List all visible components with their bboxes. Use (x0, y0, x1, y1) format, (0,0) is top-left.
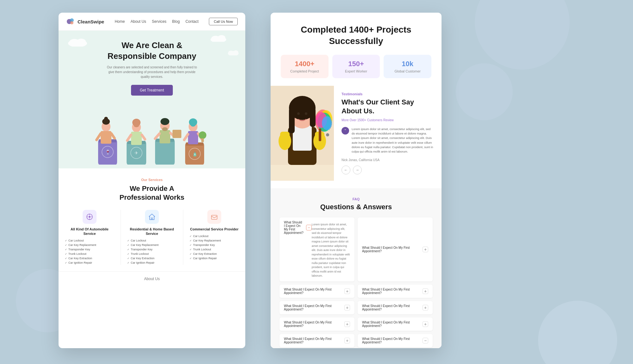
testimonial-nav: ← → (342, 166, 434, 174)
faq-question-2: What Should I Expect On My First Appoint… (362, 246, 420, 253)
svg-line-38 (155, 134, 160, 139)
automobile-icon-wrapper (83, 210, 97, 224)
testimonial-quote: " Lorem ipsum dolor sit amet, consectetu… (342, 127, 434, 154)
svg-rect-27 (131, 132, 142, 145)
faq-item-2[interactable]: What Should I Expect On My First Appoint… (358, 217, 433, 281)
nav-contact[interactable]: Contact (185, 19, 198, 24)
nav-links: Home About Us Services Blog Contact (115, 19, 198, 24)
quote-icon: " (342, 127, 349, 135)
service-name-commercial: Commercial Service Provider (190, 227, 239, 231)
next-arrow[interactable]: → (353, 166, 362, 174)
faq-item-10[interactable]: What Should I Expect On My First Appoint… (358, 334, 433, 347)
service-item: Car Lockout (65, 238, 114, 243)
testimonial-content: Testimonials What's Our Client Say About… (334, 86, 442, 181)
faq-title: Questions & Answers (279, 203, 433, 211)
service-item: Car Key Extraction (65, 256, 114, 260)
faq-question-8: What Should I Expect On My First Appoint… (362, 321, 420, 328)
faq-item-3[interactable]: What Should I Expect On My First Appoint… (279, 285, 354, 298)
svg-rect-64 (293, 125, 312, 151)
bg-decoration-3 (538, 301, 617, 364)
faq-toggle-3[interactable]: + (344, 288, 350, 294)
svg-point-8 (218, 35, 225, 40)
faq-question-10: What Should I Expect On My First Appoint… (362, 337, 420, 344)
svg-rect-74 (319, 129, 321, 141)
faq-question-7: What Should I Expect On My First Appoint… (284, 321, 342, 328)
service-item: Car Ignition Repair (65, 260, 114, 265)
stat-card-workers: 150+ Expert Worker (332, 55, 380, 78)
nav-services[interactable]: Services (152, 19, 166, 24)
woman-svg (271, 86, 334, 165)
prev-arrow[interactable]: ← (342, 166, 350, 174)
service-list-commercial: Car Lockout Car Key Replacement Transpon… (190, 234, 239, 260)
faq-toggle-4[interactable]: + (423, 288, 428, 294)
service-item: Transponder Key (65, 247, 114, 252)
service-list-residential: Car Lockout Car Key Replacement Transpon… (127, 238, 177, 265)
call-us-now-button[interactable]: Call Us Now (209, 18, 238, 25)
service-card-automobile: All Kind Of Automobile Service Car Locko… (65, 210, 114, 265)
service-item: Transponder Key (190, 243, 239, 247)
divider-1 (121, 210, 121, 265)
services-section: Our Services We Provide A Professional W… (59, 168, 245, 272)
testimonial-author: Nick Jonas, California USA (342, 158, 434, 162)
faq-toggle-1[interactable]: − (306, 225, 312, 230)
faq-item-6[interactable]: What Should I Expect On My First Appoint… (358, 301, 433, 314)
hero-illustration: 🍷 ✈ (65, 105, 239, 168)
stat-label-workers: Expert Worker (336, 69, 376, 73)
residential-icon-wrapper (145, 210, 159, 224)
faq-question-6: What Should I Expect On My First Appoint… (362, 304, 420, 311)
nav-home[interactable]: Home (115, 19, 125, 24)
svg-rect-67 (280, 132, 290, 147)
faq-item-4[interactable]: What Should I Expect On My First Appoint… (358, 285, 433, 298)
faq-toggle-6[interactable]: + (423, 305, 428, 311)
svg-text:✈: ✈ (135, 150, 138, 155)
bg-decoration-4 (456, 63, 513, 120)
service-card-residential: Residential & Home Based Service Car Loc… (127, 210, 177, 265)
testimonials-title: What's Our Client Say About Us. (342, 98, 434, 116)
svg-rect-40 (172, 130, 181, 138)
cloud-left (68, 37, 87, 47)
service-item: Car Key Replacement (65, 243, 114, 247)
faq-item-1[interactable]: What Should I Expect On My First Appoint… (279, 217, 354, 281)
service-item: Car Lockout (190, 234, 239, 238)
svg-point-51 (199, 131, 206, 139)
svg-line-21 (111, 134, 115, 138)
hero-subtitle: Our cleaners are selected and screened a… (104, 65, 199, 79)
service-item: Trunk Lockout (190, 247, 239, 252)
service-item: Car Key Extraction (127, 256, 177, 260)
svg-rect-17 (101, 131, 111, 144)
faq-toggle-8[interactable]: + (423, 321, 428, 327)
navbar: CleanSwipe Home About Us Services Blog C… (59, 13, 245, 31)
faq-toggle-5[interactable]: + (344, 305, 350, 311)
service-item: Car Key Replacement (127, 243, 177, 247)
svg-point-54 (89, 216, 91, 218)
service-item: Transponder Key (127, 247, 177, 252)
bg-decoration-1 (475, 0, 570, 70)
left-panel: CleanSwipe Home About Us Services Blog C… (59, 13, 245, 348)
services-label: Our Services (65, 178, 239, 182)
stats-grid: 1400+ Completed Project 150+ Expert Work… (281, 55, 431, 78)
testimonials-subtitle: More Over 1500+ Customers Review (342, 118, 434, 122)
service-name-residential: Residential & Home Based Service (127, 227, 177, 236)
faq-grid: What Should I Expect On My First Appoint… (279, 217, 433, 347)
cloud-right2 (228, 50, 239, 55)
faq-question-3: What Should I Expect On My First Appoint… (284, 288, 342, 295)
cloud-right (210, 34, 226, 42)
faq-item-7[interactable]: What Should I Expect On My First Appoint… (279, 317, 354, 331)
stat-number-completed: 1400+ (285, 60, 325, 68)
faq-toggle-7[interactable]: + (344, 321, 350, 327)
service-name-automobile: All Kind Of Automobile Service (65, 227, 114, 236)
svg-text:🍷: 🍷 (105, 149, 111, 155)
stats-section: Completed 1400+ Projects Successfully 14… (271, 13, 442, 86)
faq-item-8[interactable]: What Should I Expect On My First Appoint… (358, 317, 433, 331)
faq-item-9[interactable]: What Should I Expect On My First Appoint… (279, 334, 354, 347)
faq-toggle-9[interactable]: + (344, 338, 350, 343)
svg-rect-52 (201, 138, 204, 142)
nav-blog[interactable]: Blog (172, 19, 180, 24)
get-treatment-button[interactable]: Get Treatment (131, 85, 173, 96)
faq-toggle-2[interactable]: + (423, 247, 428, 252)
about-section: About Us (59, 271, 245, 286)
hero-section: We Are Clean & Responsible Company Our c… (59, 31, 245, 168)
faq-item-5[interactable]: What Should I Expect On My First Appoint… (279, 301, 354, 314)
faq-toggle-10[interactable]: − (423, 338, 428, 343)
nav-about[interactable]: About Us (130, 19, 146, 24)
